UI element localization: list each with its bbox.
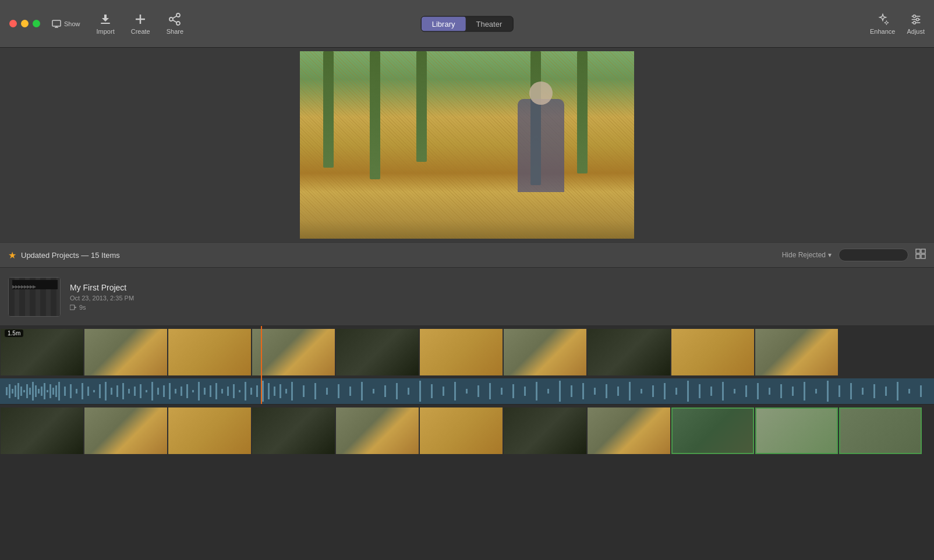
film-frame-2-10[interactable] xyxy=(755,407,838,454)
film-frame-2-9[interactable] xyxy=(671,407,754,454)
enhance-button[interactable]: Enhance xyxy=(870,13,895,34)
share-button[interactable]: Share xyxy=(167,12,183,35)
svg-rect-100 xyxy=(536,382,537,400)
minimize-button[interactable] xyxy=(21,20,29,27)
svg-rect-35 xyxy=(47,390,48,392)
svg-rect-124 xyxy=(815,389,817,394)
person-figure xyxy=(518,99,564,192)
svg-rect-18 xyxy=(70,305,75,310)
film-frame-2-2[interactable] xyxy=(84,407,167,454)
svg-rect-67 xyxy=(221,389,223,394)
svg-rect-90 xyxy=(419,381,421,402)
timeline-area[interactable]: 1.5m xyxy=(0,326,934,560)
svg-rect-106 xyxy=(606,384,607,398)
show-button[interactable]: Show xyxy=(52,19,80,29)
film-frame-6[interactable] xyxy=(420,329,503,375)
svg-rect-105 xyxy=(594,388,596,395)
svg-rect-0 xyxy=(52,20,61,26)
svg-rect-74 xyxy=(262,381,264,402)
svg-rect-71 xyxy=(245,382,246,400)
svg-rect-95 xyxy=(477,385,479,397)
svg-rect-57 xyxy=(163,385,165,397)
svg-rect-22 xyxy=(9,384,10,398)
svg-rect-69 xyxy=(233,384,235,398)
frame2-inner-5 xyxy=(336,407,419,454)
svg-rect-129 xyxy=(873,384,875,398)
grid-view-button[interactable] xyxy=(915,249,926,261)
svg-rect-37 xyxy=(52,388,54,395)
film-frame-5[interactable] xyxy=(336,329,419,375)
film-frame-2-8[interactable] xyxy=(588,407,670,454)
svg-rect-116 xyxy=(722,382,724,400)
film-frame-2-1[interactable] xyxy=(1,407,83,454)
svg-rect-40 xyxy=(64,387,66,396)
svg-rect-59 xyxy=(175,389,176,394)
svg-rect-75 xyxy=(268,383,270,399)
playhead xyxy=(261,326,262,378)
window-controls xyxy=(9,20,40,27)
project-info: My First Project Oct 23, 2013, 2:35 PM 9… xyxy=(70,283,134,311)
film-frame-2[interactable] xyxy=(84,329,167,375)
import-button[interactable]: Import xyxy=(97,12,115,35)
film-frame-8[interactable] xyxy=(588,329,670,375)
film-frame-2-11[interactable] xyxy=(839,407,922,454)
svg-rect-42 xyxy=(76,389,77,394)
hide-rejected-button[interactable]: Hide Rejected ▾ xyxy=(782,251,832,259)
theater-tab[interactable]: Theater xyxy=(465,16,512,31)
svg-rect-36 xyxy=(49,384,51,398)
film-frame-10[interactable] xyxy=(755,329,838,375)
film-frame-2-7[interactable] xyxy=(504,407,586,454)
frame2-inner-3 xyxy=(168,407,251,454)
create-button[interactable]: Create xyxy=(131,12,150,35)
tree-1 xyxy=(323,51,334,168)
waveform-row xyxy=(0,378,934,404)
filmstrip-badge: 1.5m xyxy=(5,329,23,337)
grid-icon xyxy=(915,249,926,259)
svg-rect-21 xyxy=(6,387,8,395)
film-frame-2-4[interactable] xyxy=(252,407,335,454)
frame2-inner-2 xyxy=(84,407,167,454)
svg-rect-34 xyxy=(44,383,45,399)
library-title: Updated Projects — 15 Items xyxy=(21,251,120,260)
frame-inner-3 xyxy=(168,329,251,375)
svg-rect-48 xyxy=(111,388,112,395)
svg-rect-103 xyxy=(571,385,572,397)
svg-point-11 xyxy=(913,15,916,17)
svg-rect-108 xyxy=(629,382,631,400)
svg-rect-118 xyxy=(745,385,747,397)
maximize-button[interactable] xyxy=(33,20,40,27)
waveform-playhead xyxy=(261,378,262,404)
svg-rect-117 xyxy=(734,389,735,394)
svg-rect-109 xyxy=(641,389,642,394)
svg-rect-43 xyxy=(82,383,83,399)
filmstrip-row-1: 1.5m xyxy=(0,326,934,378)
project-thumbnail[interactable] xyxy=(8,277,61,317)
film-frame-2-6[interactable] xyxy=(420,407,503,454)
library-tab[interactable]: Library xyxy=(422,16,466,31)
search-input[interactable] xyxy=(839,249,908,261)
frame2-inner-10 xyxy=(756,409,837,453)
close-button[interactable] xyxy=(9,20,17,27)
adjust-icon xyxy=(910,13,922,26)
svg-rect-122 xyxy=(792,387,794,396)
svg-rect-77 xyxy=(280,384,281,398)
film-frame-4[interactable] xyxy=(252,329,335,375)
film-frame-7[interactable] xyxy=(504,329,586,375)
film-frame-2-3[interactable] xyxy=(168,407,251,454)
film-frame-3[interactable] xyxy=(168,329,251,375)
film-frame-2-5[interactable] xyxy=(336,407,419,454)
svg-rect-32 xyxy=(38,389,40,394)
share-label: Share xyxy=(167,28,183,35)
svg-rect-130 xyxy=(885,387,887,396)
svg-rect-44 xyxy=(87,387,89,396)
svg-rect-63 xyxy=(198,382,200,400)
svg-rect-51 xyxy=(128,389,130,394)
main-content: ★ Updated Projects — 15 Items Hide Rejec… xyxy=(0,48,934,560)
adjust-button[interactable]: Adjust xyxy=(907,13,925,34)
film-frame-9[interactable] xyxy=(671,329,754,375)
svg-rect-94 xyxy=(466,389,468,394)
frame-inner-2 xyxy=(84,329,167,375)
svg-rect-79 xyxy=(291,382,293,400)
library-bar-left: ★ Updated Projects — 15 Items xyxy=(8,250,782,261)
svg-rect-70 xyxy=(239,390,240,392)
